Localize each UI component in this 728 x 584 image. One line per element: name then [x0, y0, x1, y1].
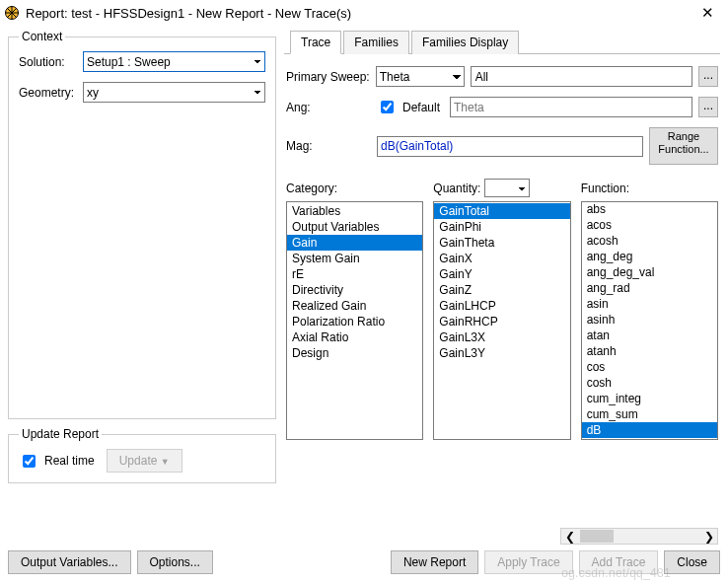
- list-item[interactable]: GainX: [434, 251, 569, 266]
- geometry-label: Geometry:: [19, 86, 83, 100]
- realtime-label: Real time: [44, 454, 95, 468]
- list-item[interactable]: GainZ: [434, 282, 569, 298]
- list-item[interactable]: ang_rad: [582, 280, 717, 296]
- primary-sweep-more-button[interactable]: ...: [698, 66, 718, 87]
- category-listbox[interactable]: VariablesOutput VariablesGainSystem Gain…: [286, 201, 423, 440]
- window-title: Report: test - HFSSDesign1 - New Report …: [26, 6, 695, 21]
- solution-label: Solution:: [19, 55, 83, 69]
- list-item[interactable]: cos: [582, 359, 717, 375]
- apply-trace-button: Apply Trace: [484, 550, 572, 574]
- context-group: Context Solution: Setup1 : Sweep Geometr…: [8, 30, 276, 419]
- list-item[interactable]: Variables: [287, 203, 422, 219]
- ang-label: Ang:: [286, 101, 371, 114]
- list-item[interactable]: GainY: [434, 266, 569, 282]
- new-report-button[interactable]: New Report: [391, 550, 478, 574]
- quantity-listbox[interactable]: GainTotalGainPhiGainThetaGainXGainYGainZ…: [433, 201, 570, 440]
- close-button[interactable]: Close: [664, 550, 720, 574]
- list-item[interactable]: cosh: [582, 375, 717, 391]
- function-header: Function:: [581, 182, 629, 195]
- list-item[interactable]: GainRHCP: [434, 314, 569, 329]
- list-item[interactable]: atan: [582, 328, 717, 343]
- list-item[interactable]: Polarization Ratio: [287, 314, 422, 329]
- list-item[interactable]: asin: [582, 296, 717, 312]
- list-item[interactable]: Realized Gain: [287, 298, 422, 314]
- list-item[interactable]: Axial Ratio: [287, 329, 422, 345]
- list-item[interactable]: ang_deg: [582, 249, 717, 264]
- list-item[interactable]: GainTheta: [434, 235, 569, 251]
- app-icon: [4, 5, 20, 21]
- close-icon[interactable]: ✕: [695, 4, 720, 22]
- category-header: Category:: [286, 182, 337, 195]
- tab-families-display[interactable]: Families Display: [411, 31, 519, 54]
- update-button: Update ▼: [107, 449, 182, 473]
- mag-label: Mag:: [286, 139, 371, 153]
- primary-sweep-label: Primary Sweep:: [286, 70, 370, 84]
- update-legend: Update Report: [19, 427, 102, 441]
- list-item[interactable]: dB: [582, 422, 717, 438]
- list-item[interactable]: GainL3X: [434, 329, 569, 345]
- list-item[interactable]: ang_deg_val: [582, 264, 717, 280]
- list-item[interactable]: GainL3Y: [434, 345, 569, 361]
- primary-sweep-select[interactable]: Theta: [376, 66, 465, 87]
- tab-bar: Trace Families Families Display: [284, 30, 720, 54]
- list-item[interactable]: Design: [287, 345, 422, 361]
- list-item[interactable]: GainTotal: [434, 203, 569, 219]
- context-legend: Context: [19, 30, 65, 43]
- ang-more-button[interactable]: ...: [698, 97, 718, 117]
- list-item[interactable]: cum_integ: [582, 391, 717, 406]
- list-item[interactable]: GainLHCP: [434, 298, 569, 314]
- tab-trace[interactable]: Trace: [290, 31, 341, 54]
- solution-select[interactable]: Setup1 : Sweep: [83, 51, 265, 72]
- update-report-group: Update Report Real time Update ▼: [8, 427, 276, 483]
- list-item[interactable]: Gain: [287, 235, 422, 251]
- list-item[interactable]: abs: [582, 201, 717, 217]
- add-trace-button: Add Trace: [579, 550, 659, 574]
- list-item[interactable]: GainPhi: [434, 219, 569, 235]
- scroll-left-icon[interactable]: ❮: [561, 530, 578, 544]
- list-item[interactable]: acosh: [582, 233, 717, 249]
- realtime-checkbox[interactable]: [23, 455, 36, 468]
- function-hscroll[interactable]: ❮ ❯: [560, 528, 718, 545]
- ang-field: [450, 97, 692, 117]
- list-item[interactable]: atanh: [582, 343, 717, 359]
- list-item[interactable]: Output Variables: [287, 219, 422, 235]
- quantity-filter-select[interactable]: [484, 179, 530, 197]
- list-item[interactable]: rE: [287, 266, 422, 282]
- output-variables-button[interactable]: Output Variables...: [8, 550, 131, 574]
- list-item[interactable]: acos: [582, 217, 717, 233]
- quantity-header: Quantity:: [433, 182, 480, 195]
- options-button[interactable]: Options...: [137, 550, 213, 574]
- list-item[interactable]: Directivity: [287, 282, 422, 298]
- primary-sweep-values[interactable]: All: [471, 66, 692, 87]
- geometry-select[interactable]: xy: [83, 82, 265, 103]
- list-item[interactable]: System Gain: [287, 251, 422, 266]
- function-listbox[interactable]: <none>absacosacoshang_degang_deg_valang_…: [581, 201, 718, 440]
- list-item[interactable]: asinh: [582, 312, 717, 328]
- tab-families[interactable]: Families: [343, 31, 409, 54]
- list-item[interactable]: cum_sum: [582, 406, 717, 422]
- scroll-right-icon[interactable]: ❯: [700, 530, 717, 544]
- ang-default-checkbox[interactable]: [381, 101, 394, 113]
- range-function-button[interactable]: Range Function...: [649, 127, 718, 165]
- ang-default-label: Default: [402, 101, 440, 114]
- mag-field[interactable]: [377, 136, 643, 157]
